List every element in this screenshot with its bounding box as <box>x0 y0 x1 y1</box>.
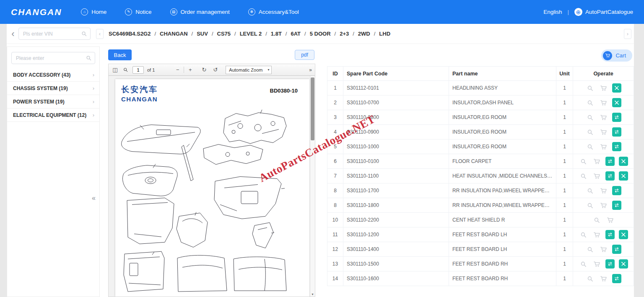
breadcrumb-item[interactable]: LHD / <box>379 31 390 37</box>
row-add-cart-button[interactable] <box>599 113 608 122</box>
row-add-cart-button[interactable] <box>592 230 601 239</box>
row-search-button[interactable] <box>585 127 595 137</box>
row-operations <box>576 142 630 151</box>
row-tools-button[interactable] <box>612 83 621 93</box>
chevron-right-icon: › <box>93 98 94 105</box>
row-id: 2 <box>327 96 343 110</box>
breadcrumb-item[interactable]: 2WD / <box>358 31 376 37</box>
row-replace-button[interactable] <box>605 157 615 166</box>
breadcrumb-label: SC6469B4.S2G2 <box>109 31 151 37</box>
back-button[interactable]: Back <box>108 49 132 60</box>
row-replace-button[interactable] <box>612 113 621 122</box>
row-search-button[interactable] <box>579 157 588 166</box>
row-add-cart-button[interactable] <box>592 157 601 166</box>
row-search-button[interactable] <box>579 259 588 269</box>
rotate-controls: ↻ ↺ <box>200 66 219 73</box>
row-add-cart-button[interactable] <box>599 201 608 210</box>
category-item[interactable]: BODY ACCESSORY (43) › <box>7 68 99 82</box>
row-search-button[interactable] <box>579 171 588 181</box>
row-replace-button[interactable] <box>612 201 621 210</box>
row-replace-button[interactable] <box>605 171 615 181</box>
sidebar-collapse-button[interactable]: « <box>92 194 96 202</box>
row-add-cart-button[interactable] <box>592 171 601 181</box>
table-row: 10 S301110-2200 CENT HEAT SHIELD R 1 <box>327 213 634 227</box>
breadcrumb-item[interactable]: 1.8T / <box>271 31 287 37</box>
breadcrumb-next-button[interactable]: › <box>624 29 631 39</box>
page-number-input[interactable] <box>132 66 144 74</box>
sidebar-toggle-icon[interactable]: ◫ <box>112 66 119 73</box>
row-search-button[interactable] <box>592 215 601 225</box>
row-replace-button[interactable] <box>612 245 621 254</box>
breadcrumb-prev-button[interactable]: ‹ <box>96 29 104 39</box>
row-tools-button[interactable] <box>619 171 628 181</box>
pdf-scrollbar[interactable]: ▾ <box>310 76 315 297</box>
row-unit: 1 <box>556 213 573 227</box>
row-replace-button[interactable] <box>605 230 615 239</box>
row-replace-button[interactable] <box>605 259 615 269</box>
pdf-button[interactable]: pdf <box>295 50 314 60</box>
breadcrumb-item[interactable]: 2+3 / <box>340 31 354 37</box>
nav-item[interactable]: ▤ Order management <box>170 8 230 15</box>
row-tools-button[interactable] <box>619 259 628 269</box>
row-tools-button[interactable] <box>619 230 628 239</box>
language-selector[interactable]: English <box>543 9 562 15</box>
row-search-button[interactable] <box>585 142 595 151</box>
breadcrumb-item[interactable]: 5 DOOR / <box>310 31 336 37</box>
row-search-button[interactable] <box>585 274 595 283</box>
row-add-cart-button[interactable] <box>599 127 608 137</box>
refresh-icon[interactable]: ↻ <box>200 66 208 73</box>
row-replace-button[interactable] <box>612 186 621 195</box>
row-search-button[interactable] <box>585 245 595 254</box>
zoom-in-icon[interactable]: + <box>187 66 194 73</box>
pdf-search-icon[interactable] <box>122 66 129 73</box>
row-search-button[interactable] <box>585 98 595 107</box>
breadcrumb-item[interactable]: LEVEL 2 / <box>240 31 267 37</box>
category-item[interactable]: ELECTRICAL EQUIPMENT (12) › <box>7 108 99 122</box>
row-search-button[interactable] <box>585 201 595 210</box>
row-replace-button[interactable] <box>612 274 621 283</box>
breadcrumb-item[interactable]: CHANGAN / <box>160 31 193 37</box>
row-part-code: S301110-1200 <box>343 227 449 242</box>
breadcrumb-item[interactable]: CS75 / <box>217 31 236 37</box>
breadcrumb-item[interactable]: 6AT / <box>291 31 306 37</box>
category-item[interactable]: CHASSIS SYSTEM (19) › <box>7 82 99 95</box>
breadcrumb-item[interactable]: SUV / <box>197 31 213 37</box>
row-search-button[interactable] <box>585 113 595 122</box>
row-add-cart-button[interactable] <box>605 215 615 225</box>
back-chevron-icon[interactable]: ‹ <box>9 28 17 39</box>
undo-rotate-icon[interactable]: ↺ <box>212 66 219 73</box>
row-search-button[interactable] <box>585 83 595 93</box>
cart-button[interactable]: Cart <box>601 49 632 62</box>
breadcrumb-label: 2+3 <box>340 31 349 37</box>
row-add-cart-button[interactable] <box>599 186 608 195</box>
nav-item[interactable]: ✎ Notice <box>125 8 151 15</box>
vin-input[interactable] <box>18 28 91 40</box>
row-search-button[interactable] <box>579 230 588 239</box>
row-search-button[interactable] <box>585 186 595 195</box>
row-add-cart-button[interactable] <box>599 274 608 283</box>
scrollbar-thumb[interactable] <box>311 77 314 140</box>
row-tools-button[interactable] <box>619 157 628 166</box>
category-label: BODY ACCESSORY (43) <box>13 72 70 78</box>
category-search-input[interactable] <box>11 52 95 64</box>
row-replace-button[interactable] <box>612 142 621 151</box>
row-add-cart-button[interactable] <box>599 142 608 151</box>
row-part-name: INSULATOR,EG ROOM <box>449 139 556 154</box>
row-replace-button[interactable] <box>612 127 621 137</box>
brand-logo[interactable]: CHANGAN <box>11 7 62 17</box>
row-add-cart-button[interactable] <box>599 98 608 107</box>
category-item[interactable]: POWER SYSTEM (19) › <box>7 95 99 108</box>
account-menu[interactable]: ⊕ AutoPartCatalogue <box>574 8 633 16</box>
scroll-down-icon[interactable]: ▾ <box>310 292 315 296</box>
zoom-level-select[interactable]: Automatic Zoom ▾ <box>226 66 272 74</box>
row-add-cart-button[interactable] <box>592 259 601 269</box>
zoom-out-icon[interactable]: − <box>174 66 181 73</box>
nav-item[interactable]: ⌂ Home <box>81 8 106 15</box>
row-add-cart-button[interactable] <box>599 245 608 254</box>
row-tools-button[interactable] <box>612 98 621 107</box>
row-add-cart-button[interactable] <box>599 83 608 93</box>
breadcrumb-item[interactable]: SC6469B4.S2G2 / <box>109 31 156 37</box>
toolbar-more-button[interactable]: » <box>309 67 312 73</box>
nav-item[interactable]: ✻ Accessary&Tool <box>248 8 299 15</box>
table-row: 6 S301110-0100 FLOOR CARPET 1 <box>327 154 634 169</box>
